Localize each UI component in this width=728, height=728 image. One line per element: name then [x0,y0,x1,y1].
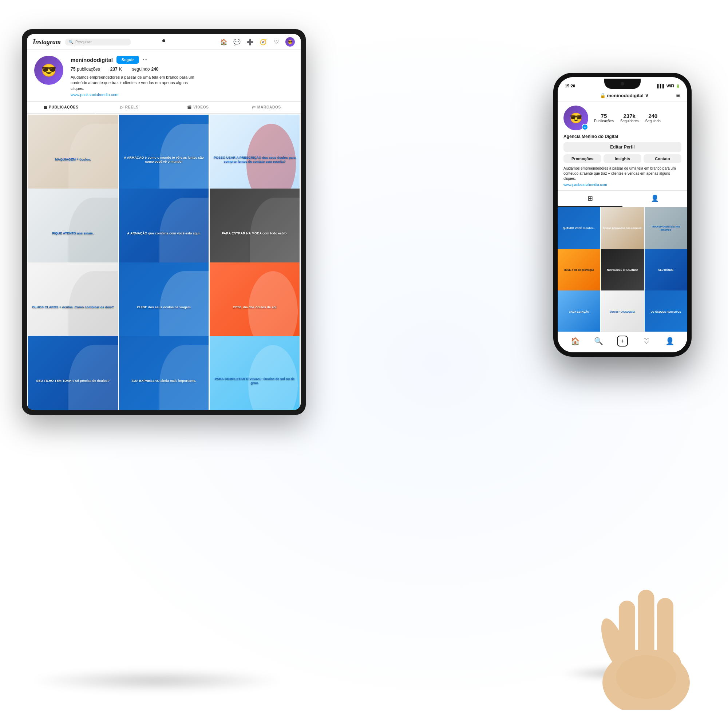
heart-icon[interactable]: ♡ [272,38,280,46]
messenger-icon[interactable]: 💬 [233,38,241,46]
tab-marcados-label: MARCADOS [257,105,281,109]
cell-label-12: PARA COMPLETAR O VISUAL: Óculos de sol o… [212,377,297,385]
phone-grid-cell-1[interactable]: QUANDO VOCÊ escolher... [558,207,600,250]
tab-publicacoes[interactable]: ▦ PUBLICAÇÕES [27,102,95,113]
phone-grid-cell-7[interactable]: CADA ESTAÇÃO [558,291,600,332]
home-icon[interactable]: 🏠 [220,38,228,46]
tablet-device: Instagram 🔍 Pesquisar 🏠 💬 ➕ 🧭 ♡ 😎 😎 [22,29,306,415]
phone-grid-cell-5[interactable]: NOVIDADES CHEGANDO [601,249,644,292]
phone-stats: 75 Publicações 237k Seguidores 240 Segui… [594,113,661,123]
grid-icon: ▦ [44,105,47,109]
tab-tagged-view[interactable]: 👤 [622,191,687,207]
grid-cell-11-inner: SUA EXPRESSÃO ainda mais importante. [119,336,209,410]
profile-name-row: meninododigital Seguir ··· [70,56,294,64]
phone-cell-label-2: Óculos Aprovados nos amamos! [603,227,642,230]
tablet-username: meninododigital [70,57,113,63]
cell-label-8: CUIDE dos seus óculos na viagem [137,305,191,309]
contact-button[interactable]: Contato [644,154,681,163]
grid-cell-11[interactable]: SUA EXPRESSÃO ainda mais importante. [119,336,209,410]
follow-button[interactable]: Seguir [116,56,139,64]
phone-following-stat: 240 Seguindo [645,113,661,123]
profile-avatar-icon[interactable]: 😎 [285,37,295,47]
phone-followers-label: Seguidores [620,119,639,123]
cell-label-5: A ARMAÇÃO que combina com você está aqui… [127,231,200,236]
phone-username-text: meninododigital [607,93,644,98]
phone-device: 15:20 ▌▌▌ WiFi 🔋 🔒 meninododigital ∨ ≡ [553,73,691,357]
posts-label: publicações [77,67,100,72]
cell-label-11: SUA EXPRESSÃO ainda mais importante. [132,379,196,383]
phone-grid-cell-6[interactable]: SEU BÔNUS [645,249,687,292]
phone-home-icon[interactable]: 🏠 [570,336,580,346]
tab-videos[interactable]: 🎬 VÍDEOS [164,102,232,113]
tablet-profile-avatar: 😎 [34,56,63,85]
phone-grid-cell-3[interactable]: TRANSPARENTES! Nos amamos [645,207,687,250]
cell-label-10: SEU FILHO TEM TDAH e só precisa de óculo… [37,379,110,383]
followers-unit: K [119,67,122,72]
phone-cell-label-7: CADA ESTAÇÃO [569,310,589,314]
phone-search-icon[interactable]: 🔍 [594,336,603,346]
grid-cell-12-inner: PARA COMPLETAR O VISUAL: Óculos de sol o… [210,336,300,410]
phone-grid-cell-9[interactable]: OS ÓCULOS PERFEITOS [645,291,687,332]
search-icon: 🔍 [69,40,73,44]
phone-cell-label-8: Óculos + ACADEMIA [610,310,635,314]
grid-cell-12[interactable]: PARA COMPLETAR O VISUAL: Óculos de sol o… [210,336,300,410]
scene: Instagram 🔍 Pesquisar 🏠 💬 ➕ 🧭 ♡ 😎 😎 [0,0,728,728]
tablet-camera [162,39,165,42]
finger-2 [638,590,655,677]
phone-username-display[interactable]: 🔒 meninododigital ∨ [600,93,648,98]
phone-profile-section: 😎 + 75 Publicações 237k Seguidores [558,102,687,190]
phone-bio: Ajudamos empreendedores a passar de uma … [563,166,681,181]
status-indicators: ▌▌▌ WiFi 🔋 [658,84,680,88]
posts-count: 75 [70,67,75,72]
tab-marcados[interactable]: 🏷 MARCADOS [232,102,301,113]
phone-followers-stat: 237k Seguidores [620,113,639,123]
phone-following-count: 240 [648,113,658,119]
phone-link[interactable]: www.packsocialmedia.com [563,183,681,187]
phone-add-post-button[interactable]: + [617,336,628,347]
tablet-bio: Ajudamos empreendedores a passar de uma … [70,75,202,91]
tablet-tabs: ▦ PUBLICAÇÕES ▷ REELS 🎬 VÍDEOS 🏷 MARCADO… [27,102,301,113]
grid-cell-10[interactable]: SEU FILHO TEM TDAH e só precisa de óculo… [28,336,118,410]
thumb-shape [596,615,633,673]
phone-shadow [561,666,684,681]
tab-reels-label: REELS [125,105,139,109]
cell-label-9: 27/06, dia dos óculos de sol [233,305,276,309]
instagram-logo: Instagram [33,38,61,46]
explore-icon[interactable]: 🧭 [259,38,267,46]
cell-label-4: FIQUE ATENTO aos sinais. [52,231,93,236]
more-options-button[interactable]: ··· [143,57,147,63]
following-stat: seguindo 240 [132,67,159,72]
phone-profile-icon[interactable]: 👤 [665,336,674,346]
followers-count: 237 [110,67,118,72]
tablet-shadow [29,670,284,691]
tab-grid-view[interactable]: ⊞ [558,191,622,207]
following-count: 240 [151,67,159,72]
tab-reels[interactable]: ▷ REELS [95,102,164,113]
phone-grid-cell-4[interactable]: HOJE é dia de promoção [558,249,600,292]
phone-action-buttons: Promoções Insights Contato [563,154,681,163]
tablet-profile-stats: 75 publicações 237 K seguindo 240 [70,67,294,72]
phone-posts-count: 75 [601,113,607,119]
cell-label-1: MAQUIAGEM + óculos. [55,158,91,162]
hamburger-menu-icon[interactable]: ≡ [676,92,680,99]
finger-3 [657,598,673,678]
add-story-button[interactable]: + [582,124,588,130]
phone-posts-stat: 75 Publicações [594,113,614,123]
phone-likes-icon[interactable]: ♡ [642,336,651,346]
search-bar[interactable]: 🔍 Pesquisar [65,38,131,46]
tablet-profile-info: meninododigital Seguir ··· 75 publicaçõe… [70,56,294,97]
phone-followers-count: 237k [624,113,636,119]
phone-notch [604,79,641,89]
phone-cell-label-3: TRANSPARENTES! Nos amamos [646,225,686,231]
promotions-button[interactable]: Promoções [563,154,601,163]
insights-button[interactable]: Insights [604,154,641,163]
phone-grid-cell-2[interactable]: Óculos Aprovados nos amamos! [601,207,644,250]
phone-grid-cell-8[interactable]: Óculos + ACADEMIA [601,291,644,332]
lock-icon: 🔒 [600,93,606,98]
front-camera [621,82,624,86]
edit-profile-button[interactable]: Editar Perfil [563,142,681,152]
tablet-link[interactable]: www.packsocialmedia.com [70,92,294,97]
add-icon[interactable]: ➕ [246,38,254,46]
phone-screen: 15:20 ▌▌▌ WiFi 🔋 🔒 meninododigital ∨ ≡ [558,77,687,352]
phone-avatar: 😎 + [563,106,588,130]
